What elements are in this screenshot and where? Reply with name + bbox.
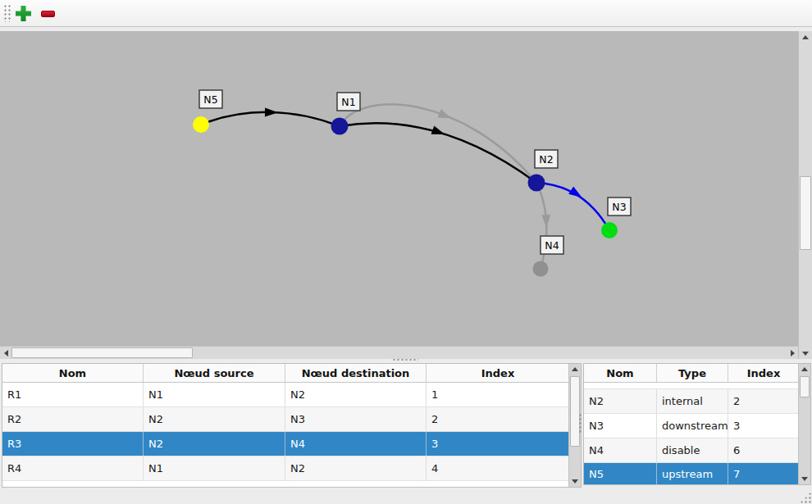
column-header-nom[interactable]: Nom	[584, 364, 657, 382]
table-row-R2[interactable]: R2N2N32	[2, 407, 581, 432]
table-row-N3[interactable]: N3downstream3	[584, 414, 810, 438]
down-arrow-icon	[801, 477, 808, 481]
scroll-thumb[interactable]	[570, 376, 580, 447]
scroll-down-button[interactable]	[799, 347, 812, 359]
graph-svg: N5N1N2N3N4	[0, 31, 798, 346]
window-resize-grip[interactable]	[800, 492, 811, 503]
table-row-N2[interactable]: N2internal2	[584, 389, 810, 414]
canvas-vertical-scrollbar[interactable]	[798, 31, 812, 359]
horizontal-splitter-handle[interactable]	[392, 358, 418, 361]
column-header-nom[interactable]: Nom	[2, 364, 144, 382]
scroll-right-button[interactable]	[787, 347, 798, 359]
column-header-type[interactable]: Type	[657, 364, 728, 382]
minus-icon	[41, 11, 55, 17]
table-row-N4[interactable]: N4disable6	[584, 438, 810, 463]
node-N4[interactable]	[533, 261, 549, 277]
edges-table-header: NomNœud sourceNœud destinationIndex	[2, 364, 581, 383]
vertical-scroll-thumb[interactable]	[800, 176, 811, 250]
partial-scrolled-row	[584, 383, 810, 389]
node-N3[interactable]	[601, 222, 618, 238]
remove-button[interactable]	[37, 2, 59, 25]
toolbar-drag-handle[interactable]	[3, 4, 12, 22]
right-arrow-icon	[791, 350, 795, 356]
node-label-N2: N2	[539, 153, 553, 166]
cell-nom[interactable]: R2	[2, 407, 144, 431]
cell-index[interactable]: 2	[728, 389, 800, 413]
graph-canvas[interactable]: N5N1N2N3N4	[0, 31, 798, 346]
cell-n-ud-source[interactable]: N1	[144, 383, 285, 406]
edge-arrow-icon	[431, 125, 447, 138]
table-row-R3[interactable]: R3N2N43	[2, 432, 581, 456]
column-header-index[interactable]: Index	[427, 364, 570, 382]
node-N5[interactable]	[193, 116, 209, 133]
edge-N1-N2[interactable]	[340, 104, 536, 183]
node-label-N3: N3	[612, 201, 626, 213]
scroll-down-button[interactable]	[569, 476, 581, 487]
node-N1[interactable]	[331, 118, 349, 135]
column-header-index[interactable]: Index	[728, 364, 800, 382]
app-window: N5N1N2N3N4 NomNœud sourceNœud destinatio…	[0, 0, 812, 504]
cell-nom[interactable]: N5	[584, 463, 657, 485]
cell-index[interactable]: 1	[427, 383, 570, 406]
plus-icon	[16, 6, 31, 21]
node-N2[interactable]	[528, 175, 545, 192]
up-arrow-icon	[572, 367, 578, 371]
down-arrow-icon	[572, 479, 578, 484]
scroll-up-button[interactable]	[799, 31, 812, 43]
nodes-table-body: N2internal2N3downstream3N4disable6N5upst…	[584, 383, 810, 485]
cell-nom[interactable]: R4	[2, 456, 144, 480]
cell-n-ud-destination[interactable]: N2	[285, 383, 427, 406]
up-arrow-icon	[802, 35, 809, 39]
cell-nom[interactable]: N2	[584, 389, 657, 413]
vertical-splitter-handle[interactable]	[578, 413, 582, 434]
horizontal-scroll-thumb[interactable]	[11, 347, 193, 358]
cell-type[interactable]: disable	[657, 438, 728, 462]
canvas-horizontal-scrollbar[interactable]	[0, 346, 798, 359]
cell-index[interactable]: 3	[427, 432, 570, 456]
toolbar	[0, 0, 812, 27]
table-row-R1[interactable]: R1N1N21	[2, 383, 581, 407]
cell-type[interactable]: downstream	[657, 414, 728, 438]
nodes-table: NomTypeIndex N2internal2N3downstream3N4d…	[583, 363, 811, 485]
cell-type[interactable]: internal	[657, 389, 728, 413]
up-arrow-icon	[801, 367, 808, 371]
node-label-N1: N1	[341, 96, 355, 108]
cell-nom[interactable]: N3	[584, 414, 657, 438]
table-row-R4[interactable]: R4N1N24	[2, 456, 581, 481]
cell-index[interactable]: 4	[427, 456, 570, 480]
cell-type[interactable]: upstream	[657, 463, 728, 485]
scroll-up-button[interactable]	[569, 364, 581, 375]
edges-table: NomNœud sourceNœud destinationIndex R1N1…	[2, 363, 582, 488]
cell-n-ud-source[interactable]: N2	[144, 432, 285, 456]
column-header-n-ud-source[interactable]: Nœud source	[144, 364, 285, 382]
nodes-table-scrollbar[interactable]	[798, 364, 810, 484]
cell-index[interactable]: 7	[728, 463, 800, 485]
cell-n-ud-destination[interactable]: N2	[285, 456, 427, 480]
column-header-n-ud-destination[interactable]: Nœud destination	[285, 364, 427, 382]
scroll-down-button[interactable]	[799, 474, 810, 484]
cell-index[interactable]: 2	[427, 407, 570, 431]
cell-n-ud-destination[interactable]: N4	[285, 432, 427, 456]
table-row-N5[interactable]: N5upstream7	[584, 463, 810, 485]
left-arrow-icon	[4, 350, 8, 356]
cell-nom[interactable]: N4	[584, 438, 657, 462]
cell-n-ud-destination[interactable]: N3	[285, 407, 427, 431]
down-arrow-icon	[802, 352, 809, 356]
scroll-up-button[interactable]	[799, 364, 810, 375]
cell-nom[interactable]: R3	[2, 432, 144, 456]
node-label-N5: N5	[203, 93, 217, 106]
node-label-N4: N4	[545, 239, 559, 252]
cell-n-ud-source[interactable]: N2	[144, 407, 285, 431]
cell-index[interactable]: 6	[728, 438, 800, 462]
cell-n-ud-source[interactable]: N1	[144, 456, 285, 480]
nodes-table-header: NomTypeIndex	[584, 364, 810, 383]
edge-N2-N4[interactable]	[536, 183, 546, 269]
edges-table-body: R1N1N21R2N2N32R3N2N43R4N1N24	[2, 383, 581, 481]
edge-arrow-icon	[437, 109, 453, 122]
scroll-left-button[interactable]	[0, 347, 11, 359]
add-button[interactable]	[12, 2, 34, 25]
scroll-thumb[interactable]	[800, 376, 810, 397]
cell-nom[interactable]: R1	[2, 383, 144, 406]
edge-arrow-icon	[541, 215, 551, 228]
cell-index[interactable]: 3	[728, 414, 800, 438]
